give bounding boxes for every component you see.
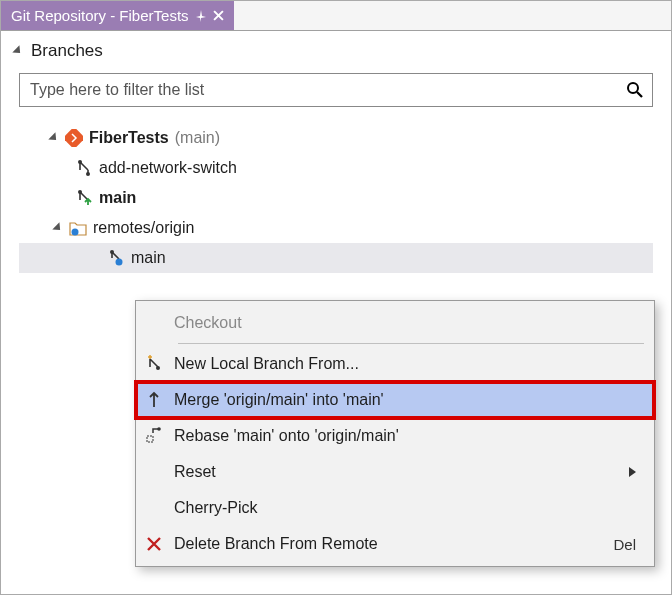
tab-title: Git Repository - FiberTests [11, 7, 189, 24]
svg-point-0 [628, 83, 638, 93]
svg-point-4 [78, 190, 82, 194]
expander-icon [52, 222, 63, 233]
menu-label: Checkout [174, 314, 636, 332]
menu-label: Merge 'origin/main' into 'main' [174, 391, 636, 409]
svg-point-2 [78, 160, 82, 164]
menu-reset[interactable]: Reset [136, 454, 654, 490]
delete-icon [144, 534, 164, 554]
branch-label: add-network-switch [99, 159, 237, 177]
expander-icon [12, 45, 23, 56]
active-tab[interactable]: Git Repository - FiberTests [1, 1, 234, 30]
menu-label: Reset [174, 463, 619, 481]
menu-checkout: Checkout [136, 305, 654, 341]
menu-label: Cherry-Pick [174, 499, 636, 517]
remote-branch-item[interactable]: main [19, 243, 653, 273]
repo-node[interactable]: FiberTests (main) [19, 123, 653, 153]
menu-cherry-pick[interactable]: Cherry-Pick [136, 490, 654, 526]
filter-input[interactable] [28, 80, 626, 100]
repo-branch-suffix: (main) [175, 129, 220, 147]
expander-icon [48, 132, 59, 143]
svg-point-7 [116, 259, 123, 266]
git-repo-icon [65, 129, 83, 147]
remotes-folder[interactable]: remotes/origin [19, 213, 653, 243]
svg-point-3 [86, 172, 90, 176]
remotes-label: remotes/origin [93, 219, 194, 237]
section-title: Branches [31, 41, 103, 61]
menu-delete-remote[interactable]: Delete Branch From Remote Del [136, 526, 654, 562]
rebase-icon [144, 426, 164, 446]
tab-bar: Git Repository - FiberTests [1, 1, 671, 31]
menu-label: New Local Branch From... [174, 355, 636, 373]
svg-point-8 [156, 366, 160, 370]
menu-separator [178, 343, 644, 344]
branch-icon [75, 159, 93, 177]
branch-label: main [99, 189, 136, 207]
menu-shortcut: Del [613, 536, 636, 553]
svg-point-5 [72, 229, 79, 236]
menu-label: Rebase 'main' onto 'origin/main' [174, 427, 636, 445]
branch-tree: FiberTests (main) add-network-switch mai… [19, 123, 653, 273]
svg-point-10 [157, 427, 161, 431]
svg-rect-1 [65, 129, 83, 147]
merge-icon [144, 390, 164, 410]
search-icon[interactable] [626, 81, 644, 99]
filter-row [19, 73, 653, 107]
menu-rebase[interactable]: Rebase 'main' onto 'origin/main' [136, 418, 654, 454]
menu-new-local-branch[interactable]: New Local Branch From... [136, 346, 654, 382]
svg-point-6 [110, 250, 114, 254]
menu-merge[interactable]: Merge 'origin/main' into 'main' [136, 382, 654, 418]
remotes-folder-icon [69, 219, 87, 237]
pin-icon[interactable] [195, 10, 207, 22]
remote-branch-icon [107, 249, 125, 267]
menu-label: Delete Branch From Remote [174, 535, 603, 553]
new-branch-icon [144, 354, 164, 374]
repo-name: FiberTests [89, 129, 169, 147]
branches-section-header[interactable]: Branches [1, 31, 671, 65]
submenu-arrow-icon [629, 467, 636, 477]
branch-label: main [131, 249, 166, 267]
close-icon[interactable] [213, 10, 224, 21]
context-menu: Checkout New Local Branch From... Merge … [135, 300, 655, 567]
svg-rect-9 [147, 436, 153, 442]
branch-current-icon [75, 189, 93, 207]
local-branch-current[interactable]: main [19, 183, 653, 213]
local-branch-item[interactable]: add-network-switch [19, 153, 653, 183]
